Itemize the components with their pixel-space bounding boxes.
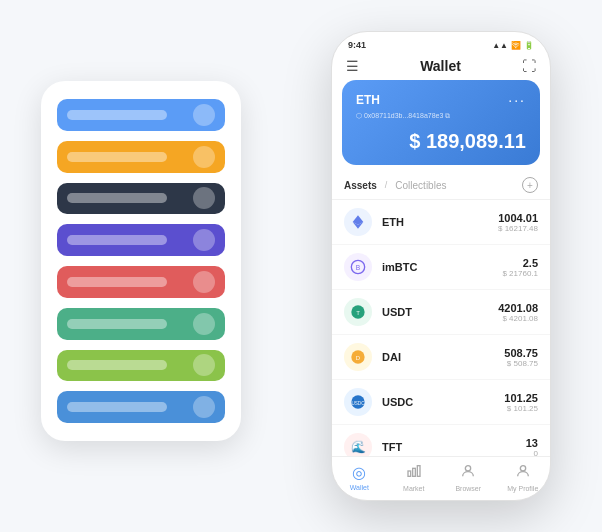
bg-panel <box>41 81 241 441</box>
table-row[interactable]: B imBTC 2.5 $ 21760.1 <box>332 245 550 290</box>
asset-usd: 0 <box>526 449 538 457</box>
table-row[interactable]: USDC USDC 101.25 $ 101.25 <box>332 380 550 425</box>
assets-tabs: Assets / Collectibles + <box>332 173 550 200</box>
browser-icon <box>460 463 476 483</box>
asset-values: 2.5 $ 21760.1 <box>502 257 538 278</box>
asset-name: TFT <box>382 441 526 453</box>
card-label <box>67 360 167 370</box>
address-icon: ⬡ <box>356 112 362 119</box>
asset-usd: $ 16217.48 <box>498 224 538 233</box>
asset-values: 508.75 $ 508.75 <box>504 347 538 368</box>
svg-point-15 <box>466 466 471 471</box>
card-label <box>67 193 167 203</box>
balance-amount: $ 189,089.11 <box>409 130 526 152</box>
eth-balance: $ 189,089.11 <box>356 130 526 153</box>
asset-values: 13 0 <box>526 437 538 457</box>
dai-icon: D <box>344 343 372 371</box>
svg-rect-12 <box>408 471 411 476</box>
asset-list: ETH 1004.01 $ 16217.48 B imBTC 2.5 $ 217… <box>332 200 550 456</box>
battery-icon: 🔋 <box>524 41 534 50</box>
svg-text:B: B <box>356 264 361 271</box>
svg-marker-1 <box>353 215 358 224</box>
address-text: 0x08711d3b...8418a78e3 <box>364 112 443 119</box>
status-bar: 9:41 ▲▲ 🛜 🔋 <box>332 32 550 54</box>
status-time: 9:41 <box>348 40 366 50</box>
card-icon <box>193 146 215 168</box>
nav-wallet-label: Wallet <box>350 484 369 491</box>
tft-icon: 🌊 <box>344 433 372 456</box>
card-icon <box>193 271 215 293</box>
asset-amount: 508.75 <box>504 347 538 359</box>
eth-icon <box>344 208 372 236</box>
table-row[interactable]: 🌊 TFT 13 0 <box>332 425 550 456</box>
asset-amount: 1004.01 <box>498 212 538 224</box>
wallet-icon: ◎ <box>352 463 366 482</box>
svg-point-16 <box>520 466 525 471</box>
list-item[interactable] <box>57 391 225 423</box>
eth-card[interactable]: ETH ··· ⬡ 0x08711d3b...8418a78e3 ⧉ $ 189… <box>342 80 540 165</box>
card-label <box>67 319 167 329</box>
nav-browser[interactable]: Browser <box>441 463 496 492</box>
scene: 9:41 ▲▲ 🛜 🔋 ☰ Wallet ⛶ ETH ··· ⬡ 0x08711… <box>21 21 581 511</box>
asset-usd: $ 101.25 <box>504 404 538 413</box>
tab-assets[interactable]: Assets <box>344 180 377 191</box>
card-icon <box>193 229 215 251</box>
asset-usd: $ 21760.1 <box>502 269 538 278</box>
card-label <box>67 402 167 412</box>
imbtc-icon: B <box>344 253 372 281</box>
page-title: Wallet <box>420 58 461 74</box>
list-item[interactable] <box>57 183 225 215</box>
list-item[interactable] <box>57 350 225 382</box>
asset-usd: $ 4201.08 <box>498 314 538 323</box>
asset-name: ETH <box>382 216 498 228</box>
eth-more-icon[interactable]: ··· <box>508 92 526 108</box>
phone: 9:41 ▲▲ 🛜 🔋 ☰ Wallet ⛶ ETH ··· ⬡ 0x08711… <box>331 31 551 501</box>
svg-rect-14 <box>417 466 420 477</box>
nav-profile[interactable]: My Profile <box>496 463 551 492</box>
expand-icon[interactable]: ⛶ <box>522 58 536 74</box>
svg-text:USDC: USDC <box>351 401 365 406</box>
asset-name: DAI <box>382 351 504 363</box>
asset-usd: $ 508.75 <box>504 359 538 368</box>
asset-amount: 4201.08 <box>498 302 538 314</box>
menu-icon[interactable]: ☰ <box>346 58 359 74</box>
list-item[interactable] <box>57 266 225 298</box>
table-row[interactable]: D DAI 508.75 $ 508.75 <box>332 335 550 380</box>
tab-collectibles[interactable]: Collectibles <box>395 180 446 191</box>
eth-card-header: ETH ··· <box>356 92 526 108</box>
asset-name: USDC <box>382 396 504 408</box>
bottom-nav: ◎ Wallet Market Browser My Profile <box>332 456 550 500</box>
status-icons: ▲▲ 🛜 🔋 <box>492 41 534 50</box>
asset-values: 101.25 $ 101.25 <box>504 392 538 413</box>
nav-bar: ☰ Wallet ⛶ <box>332 54 550 80</box>
card-icon <box>193 187 215 209</box>
table-row[interactable]: T USDT 4201.08 $ 4201.08 <box>332 290 550 335</box>
nav-profile-label: My Profile <box>507 485 538 492</box>
svg-text:T: T <box>356 310 360 316</box>
nav-browser-label: Browser <box>455 485 481 492</box>
eth-label: ETH <box>356 93 380 107</box>
nav-market[interactable]: Market <box>387 463 442 492</box>
card-icon <box>193 313 215 335</box>
asset-amount: 101.25 <box>504 392 538 404</box>
add-asset-button[interactable]: + <box>522 177 538 193</box>
list-item[interactable] <box>57 308 225 340</box>
card-icon <box>193 354 215 376</box>
card-icon <box>193 396 215 418</box>
copy-icon: ⧉ <box>445 112 450 119</box>
asset-values: 1004.01 $ 16217.48 <box>498 212 538 233</box>
wifi-icon: 🛜 <box>511 41 521 50</box>
card-label <box>67 152 167 162</box>
tab-divider: / <box>385 180 388 190</box>
list-item[interactable] <box>57 141 225 173</box>
card-label <box>67 110 167 120</box>
card-icon <box>193 104 215 126</box>
asset-name: USDT <box>382 306 498 318</box>
asset-name: imBTC <box>382 261 502 273</box>
nav-wallet[interactable]: ◎ Wallet <box>332 463 387 492</box>
eth-address: ⬡ 0x08711d3b...8418a78e3 ⧉ <box>356 112 526 120</box>
list-item[interactable] <box>57 99 225 131</box>
asset-values: 4201.08 $ 4201.08 <box>498 302 538 323</box>
table-row[interactable]: ETH 1004.01 $ 16217.48 <box>332 200 550 245</box>
list-item[interactable] <box>57 224 225 256</box>
